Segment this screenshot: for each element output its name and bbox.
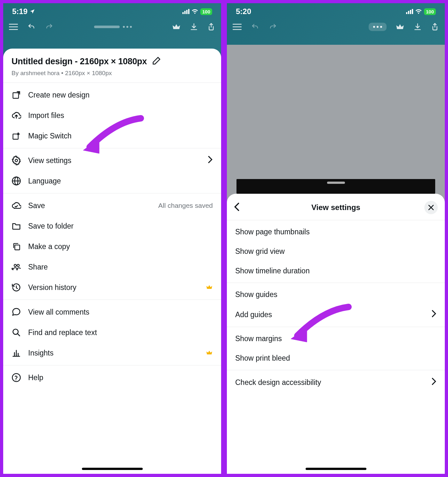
show-print-bleed[interactable]: Show print bleed	[227, 348, 445, 368]
svg-point-12	[12, 374, 20, 382]
gear-icon	[12, 156, 21, 165]
app-toolbar	[3, 18, 221, 38]
design-subtitle: By arshmeet hora • 2160px × 1080px	[12, 70, 213, 77]
find-and-replace[interactable]: Find and replace text	[3, 322, 221, 343]
create-new-design[interactable]: Create new design	[3, 85, 221, 105]
menu-icon[interactable]	[9, 23, 18, 30]
canva-pro-crown-icon[interactable]	[172, 23, 181, 31]
plus-box-icon	[12, 90, 21, 100]
more-options-button[interactable]	[369, 23, 387, 31]
menu-icon[interactable]	[233, 23, 242, 30]
cloud-check-icon	[12, 201, 21, 210]
import-files[interactable]: Import files	[3, 105, 221, 126]
add-guides[interactable]: Add guides	[227, 304, 445, 325]
show-grid-view[interactable]: Show grid view	[227, 242, 445, 261]
back-button[interactable]	[234, 202, 240, 213]
language[interactable]: Language	[3, 171, 221, 191]
magic-switch-icon	[12, 131, 21, 141]
home-indicator[interactable]	[306, 468, 366, 470]
show-page-thumbnails[interactable]: Show page thumbnails	[227, 222, 445, 242]
help[interactable]: Help	[3, 367, 221, 388]
chart-icon	[12, 348, 21, 358]
more-dots-icon[interactable]	[123, 26, 132, 28]
sheet-title: View settings	[311, 203, 360, 212]
status-bar: 5:19 100	[3, 3, 221, 18]
redo-icon[interactable]	[45, 23, 54, 31]
design-title: Untitled design - 2160px × 1080px	[12, 57, 147, 66]
view-settings[interactable]: View settings	[3, 150, 221, 171]
battery-indicator: 100	[200, 8, 212, 15]
canva-pro-crown-icon[interactable]	[396, 23, 404, 31]
save[interactable]: Save All changes saved	[3, 195, 221, 216]
phone-left: 5:19 100 Untitled design - 2160px × 10	[2, 2, 222, 475]
signal-icon	[182, 9, 189, 14]
undo-icon[interactable]	[251, 23, 260, 31]
globe-icon	[12, 176, 21, 186]
people-icon	[12, 262, 21, 272]
drag-handle[interactable]	[94, 26, 120, 28]
home-indicator[interactable]	[82, 468, 143, 470]
location-arrow-icon	[29, 9, 35, 14]
cloud-upload-icon	[12, 111, 21, 120]
svg-point-9	[14, 264, 16, 267]
share-icon[interactable]	[207, 22, 215, 31]
signal-icon	[406, 9, 413, 14]
history-icon	[12, 283, 21, 292]
download-icon[interactable]	[413, 23, 422, 31]
magic-switch[interactable]: Magic Switch	[3, 126, 221, 146]
battery-indicator: 100	[424, 8, 436, 15]
svg-rect-8	[15, 245, 20, 250]
phone-right: 5:20 100 View settings Show pa	[226, 2, 446, 475]
wifi-icon	[415, 9, 422, 14]
status-bar: 5:20 100	[227, 3, 445, 18]
svg-rect-3	[13, 93, 19, 98]
show-margins[interactable]: Show margins	[227, 329, 445, 348]
share-icon[interactable]	[431, 22, 439, 31]
make-a-copy[interactable]: Make a copy	[3, 236, 221, 257]
svg-point-5	[15, 159, 18, 162]
edit-title-icon[interactable]	[152, 56, 161, 66]
canvas-strip	[236, 179, 435, 194]
search-icon	[12, 328, 21, 337]
help-icon	[12, 373, 21, 382]
chevron-right-icon	[208, 156, 213, 165]
status-time: 5:20	[236, 7, 251, 16]
show-guides[interactable]: Show guides	[227, 285, 445, 304]
pro-crown-icon	[206, 283, 213, 292]
pro-crown-icon	[206, 349, 213, 357]
chevron-right-icon	[431, 378, 436, 387]
share-row[interactable]: Share	[3, 257, 221, 277]
app-toolbar	[227, 18, 445, 38]
save-hint: All changes saved	[158, 202, 213, 209]
close-button[interactable]	[424, 201, 438, 214]
redo-icon[interactable]	[268, 23, 277, 31]
chevron-right-icon	[431, 310, 436, 319]
comment-icon	[12, 307, 21, 317]
status-time: 5:19	[12, 7, 28, 16]
view-all-comments[interactable]: View all comments	[3, 302, 221, 322]
show-timeline-duration[interactable]: Show timeline duration	[227, 261, 445, 281]
copy-icon	[12, 242, 21, 251]
wifi-icon	[191, 9, 198, 14]
design-menu-sheet: Untitled design - 2160px × 1080px By ars…	[3, 49, 221, 474]
download-icon[interactable]	[190, 23, 198, 31]
check-accessibility[interactable]: Check design accessibility	[227, 372, 445, 393]
folder-icon	[12, 221, 21, 231]
svg-rect-4	[13, 134, 18, 139]
view-settings-sheet: View settings Show page thumbnails Show …	[227, 194, 445, 474]
insights[interactable]: Insights	[3, 343, 221, 363]
canvas-drag-handle[interactable]	[327, 182, 345, 184]
undo-icon[interactable]	[27, 23, 36, 31]
save-to-folder[interactable]: Save to folder	[3, 216, 221, 236]
version-history[interactable]: Version history	[3, 277, 221, 298]
svg-point-10	[17, 264, 19, 267]
